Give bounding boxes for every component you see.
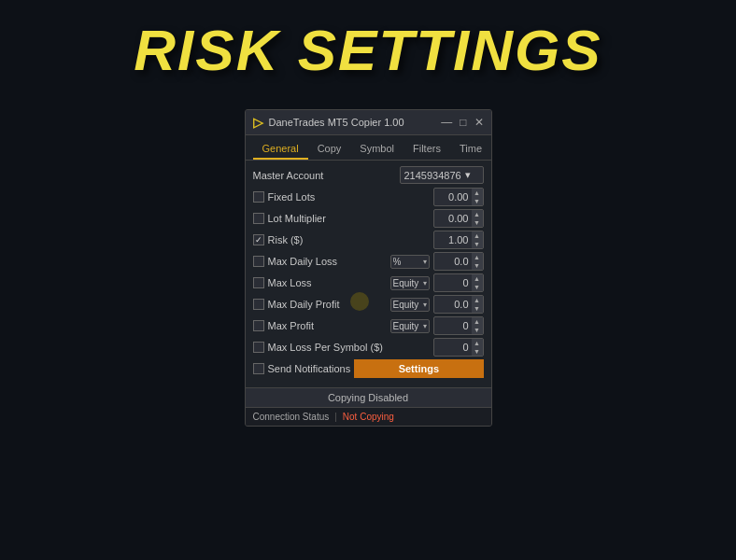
tab-symbol[interactable]: Symbol	[350, 139, 403, 160]
max-loss-down[interactable]: ▼	[472, 283, 483, 291]
fixed-lots-checkbox[interactable]	[253, 191, 264, 203]
status-separator: |	[334, 412, 337, 422]
notifications-settings-button[interactable]: Settings	[354, 359, 483, 378]
max-loss-per-symbol-spinners: ▲ ▼	[472, 339, 483, 356]
fixed-lots-down[interactable]: ▼	[472, 197, 483, 205]
master-account-select[interactable]: 2145934876 ▾	[400, 166, 484, 184]
risk-checkbox[interactable]	[253, 234, 264, 245]
max-profit-checkbox[interactable]	[253, 320, 264, 331]
not-copying-status: Not Copying	[343, 412, 394, 422]
max-daily-profit-controls: Equity % $ ▾ ▲ ▼	[390, 295, 484, 314]
max-daily-loss-input-group: ▲ ▼	[433, 252, 484, 271]
risk-label: Risk ($)	[268, 234, 430, 245]
risk-spinners: ▲ ▼	[472, 231, 483, 248]
lot-multiplier-down[interactable]: ▼	[472, 218, 483, 227]
risk-row: Risk ($) ▲ ▼	[253, 231, 484, 249]
max-daily-profit-row: Max Daily Profit Equity % $ ▾ ▲ ▼	[253, 295, 484, 314]
max-loss-up[interactable]: ▲	[472, 274, 483, 283]
max-daily-loss-spinners: ▲ ▼	[472, 253, 483, 270]
lot-multiplier-input[interactable]	[434, 212, 472, 225]
copying-disabled-bar: Copying Disabled	[246, 387, 491, 407]
max-daily-profit-label: Max Daily Profit	[268, 299, 387, 310]
max-daily-loss-input[interactable]	[434, 255, 472, 268]
max-daily-profit-arrow: ▾	[421, 301, 429, 309]
fixed-lots-spinners: ▲ ▼	[472, 189, 483, 205]
max-loss-checkbox[interactable]	[253, 277, 264, 288]
max-daily-profit-spinners: ▲ ▼	[472, 296, 483, 313]
risk-down[interactable]: ▼	[472, 240, 483, 248]
close-button[interactable]: ✕	[474, 116, 484, 129]
tab-filters[interactable]: Filters	[403, 139, 450, 160]
window-title: DaneTrades MT5 Copier 1.00	[269, 117, 404, 128]
lot-multiplier-up[interactable]: ▲	[472, 210, 483, 218]
max-loss-spinners: ▲ ▼	[472, 274, 483, 291]
max-daily-loss-up[interactable]: ▲	[472, 253, 483, 261]
fixed-lots-row: Fixed Lots ▲ ▼	[253, 188, 484, 206]
app-icon: ▷	[253, 115, 263, 130]
lot-multiplier-label: Lot Multiplier	[268, 213, 430, 224]
window-controls: — □ ✕	[441, 116, 483, 129]
max-profit-arrow: ▾	[421, 322, 429, 330]
notifications-label: Send Notifications	[268, 363, 351, 374]
max-loss-per-symbol-input[interactable]	[434, 341, 472, 354]
fixed-lots-up[interactable]: ▲	[472, 189, 483, 197]
title-bar-left: ▷ DaneTrades MT5 Copier 1.00	[253, 115, 404, 130]
nav-tabs: General Copy Symbol Filters Time	[246, 135, 491, 161]
max-loss-per-symbol-checkbox[interactable]	[253, 342, 264, 353]
max-daily-loss-dropdown-group: % $ Equity ▾	[390, 255, 430, 269]
application-window: ▷ DaneTrades MT5 Copier 1.00 — □ ✕ Gener…	[245, 109, 492, 427]
lot-multiplier-checkbox[interactable]	[253, 213, 264, 224]
tab-copy[interactable]: Copy	[308, 139, 351, 160]
max-loss-per-symbol-label: Max Loss Per Symbol ($)	[268, 342, 430, 353]
max-loss-per-symbol-row: Max Loss Per Symbol ($) ▲ ▼	[253, 338, 484, 357]
max-daily-loss-controls: % $ Equity ▾ ▲ ▼	[390, 252, 484, 271]
max-profit-dropdown[interactable]: Equity % $	[391, 320, 421, 332]
tab-general[interactable]: General	[253, 139, 308, 160]
page-header: RISK SETTINGS	[134, 0, 602, 83]
max-daily-loss-down[interactable]: ▼	[472, 261, 483, 270]
max-loss-dropdown-group: Equity % $ ▾	[390, 276, 430, 290]
max-profit-input[interactable]	[434, 319, 472, 332]
fixed-lots-input[interactable]	[434, 190, 472, 203]
title-bar: ▷ DaneTrades MT5 Copier 1.00 — □ ✕	[246, 110, 491, 135]
max-daily-loss-arrow: ▾	[421, 258, 429, 266]
max-loss-dropdown[interactable]: Equity % $	[391, 277, 421, 289]
max-profit-up[interactable]: ▲	[472, 317, 483, 326]
max-daily-profit-input[interactable]	[434, 298, 472, 311]
max-daily-loss-dropdown[interactable]: % $ Equity	[391, 256, 421, 268]
content-area: Master Account 2145934876 ▾ Fixed Lots ▲…	[246, 161, 491, 387]
max-daily-profit-checkbox[interactable]	[253, 299, 264, 310]
max-loss-arrow: ▾	[421, 279, 429, 287]
account-dropdown-arrow: ▾	[465, 169, 471, 181]
max-profit-dropdown-group: Equity % $ ▾	[390, 319, 430, 333]
tab-time[interactable]: Time	[450, 139, 491, 160]
notifications-row: Send Notifications Settings	[253, 359, 484, 378]
max-loss-per-symbol-up[interactable]: ▲	[472, 339, 483, 347]
max-profit-down[interactable]: ▼	[472, 326, 483, 334]
risk-input[interactable]	[434, 233, 472, 246]
lot-multiplier-spinners: ▲ ▼	[472, 210, 483, 227]
max-profit-spinners: ▲ ▼	[472, 317, 483, 334]
fixed-lots-input-group: ▲ ▼	[433, 188, 484, 206]
max-daily-loss-checkbox[interactable]	[253, 256, 264, 267]
max-profit-label: Max Profit	[268, 320, 387, 331]
fixed-lots-label: Fixed Lots	[268, 191, 430, 203]
max-loss-label: Max Loss	[268, 277, 387, 288]
max-daily-profit-down[interactable]: ▼	[472, 304, 483, 313]
account-value: 2145934876	[404, 170, 461, 181]
maximize-button[interactable]: □	[460, 116, 466, 129]
status-bar: Connection Status | Not Copying	[246, 407, 491, 426]
minimize-button[interactable]: —	[441, 116, 452, 129]
max-loss-controls: Equity % $ ▾ ▲ ▼	[390, 273, 484, 292]
max-loss-per-symbol-down[interactable]: ▼	[472, 347, 483, 356]
risk-up[interactable]: ▲	[472, 231, 483, 240]
notifications-checkbox[interactable]	[253, 363, 264, 374]
max-daily-profit-dropdown[interactable]: Equity % $	[391, 299, 421, 311]
master-account-row: Master Account 2145934876 ▾	[253, 166, 484, 184]
max-loss-per-symbol-input-group: ▲ ▼	[433, 338, 484, 357]
max-loss-input-group: ▲ ▼	[433, 273, 484, 292]
max-daily-profit-up[interactable]: ▲	[472, 296, 483, 304]
max-loss-input[interactable]	[434, 276, 472, 289]
connection-status-label: Connection Status	[253, 412, 330, 422]
max-daily-loss-row: Max Daily Loss % $ Equity ▾ ▲ ▼	[253, 252, 484, 271]
